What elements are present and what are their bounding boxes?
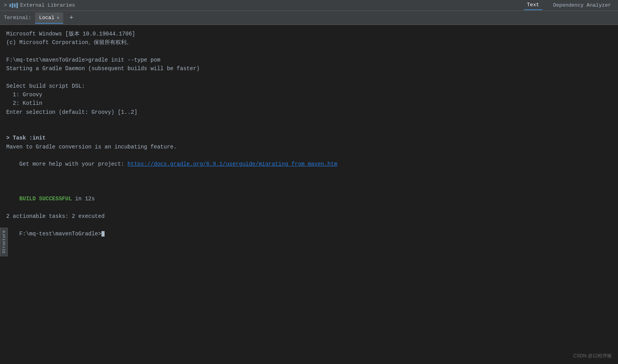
term-line-9: Maven to Gradle conversion is an incubat… [6,143,612,151]
tab-text[interactable]: Text [524,0,542,10]
libraries-icon [9,3,18,8]
term-prompt-text: F:\mq-test\mavenToGradle> [20,231,101,237]
structure-side-tab[interactable]: Structure [0,228,8,256]
bar2 [12,3,13,8]
term-line-3: F:\mq-test\mavenToGradle>gradle init --t… [6,56,612,64]
terminal-tab-label: Local [39,15,54,21]
term-link-prefix: Get more help with your project: [20,161,128,167]
tab-dependency-analyzer[interactable]: Dependency Analyzer [550,1,614,10]
term-cursor [101,231,105,237]
term-empty-3 [6,117,612,125]
term-line-4: Starting a Gradle Daemon (subsequent bui… [6,64,612,73]
watermark: CSDN @12程序猴 [573,353,612,359]
term-line-5: Select build script DSL: [6,82,612,90]
terminal-add-button[interactable]: + [67,14,75,22]
bar3 [14,4,16,7]
term-link[interactable]: https://docs.gradle.org/6.9.1/userguide/… [128,161,337,167]
term-line-8: Enter selection (default: Groovy) [1..2] [6,108,612,117]
term-empty-5 [6,177,612,186]
term-line-1: Microsoft Windows [版本 10.0.19044.1706] [6,30,612,38]
expand-arrow-icon[interactable]: > [4,2,7,8]
bar1 [9,4,11,7]
terminal-label: Terminal: [4,15,31,21]
term-empty-1 [6,47,612,56]
term-build-time: in 12s [72,196,95,202]
term-prompt-line: F:\mq-test\mavenToGradle> [6,221,612,247]
term-line-7: 2: Kotlin [6,99,612,108]
term-empty-4 [6,125,612,134]
term-build-success-text: BUILD SUCCESSFUL [20,196,72,202]
external-libraries-label: External Libraries [20,2,75,8]
terminal-bar: Terminal: Local ✕ + [0,11,618,25]
bar4 [16,3,18,8]
terminal-tab-close-icon[interactable]: ✕ [57,15,59,21]
term-task-line: > Task :init [6,134,612,142]
term-actionable: 2 actionable tasks: 2 executed [6,212,612,221]
terminal-tab-local[interactable]: Local ✕ [35,12,63,23]
terminal-content[interactable]: Microsoft Windows [版本 10.0.19044.1706] (… [0,25,618,364]
top-bar: > External Libraries Text Dependency Ana… [0,0,618,11]
term-link-line: Get more help with your project: https:/… [6,151,612,177]
term-empty-2 [6,73,612,82]
term-build-success: BUILD SUCCESSFUL in 12s [6,186,612,212]
term-line-2: (c) Microsoft Corporation。保留所有权利。 [6,38,612,47]
top-bar-tabs: Text Dependency Analyzer [524,0,614,10]
term-line-6: 1: Groovy [6,90,612,99]
external-libraries-section: > External Libraries [4,2,75,8]
